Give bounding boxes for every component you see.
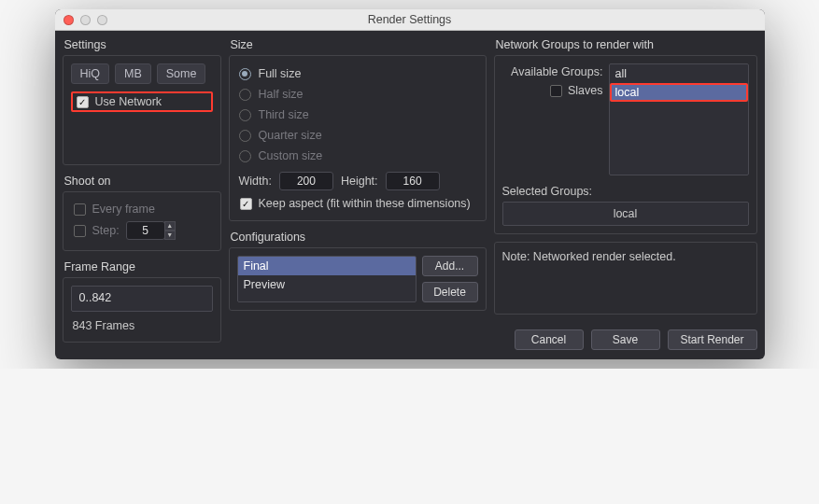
save-button[interactable]: Save <box>591 329 660 350</box>
start-render-button[interactable]: Start Render <box>668 329 757 350</box>
preset-hiq[interactable]: HiQ <box>71 63 110 84</box>
every-frame-checkbox[interactable] <box>74 203 86 216</box>
settings-label: Settings <box>63 36 221 55</box>
preset-mb[interactable]: MB <box>115 63 151 84</box>
cancel-button[interactable]: Cancel <box>515 329 584 350</box>
use-network-row[interactable]: ✓ Use Network <box>71 91 213 112</box>
frame-count: 843 Frames <box>71 312 213 334</box>
size-quarter-label: Quarter size <box>259 129 322 142</box>
size-panel: Full size Half size Third size Quarter s… <box>229 55 487 221</box>
width-label: Width: <box>239 175 272 188</box>
window-title: Render Settings <box>55 13 765 26</box>
note-text: Note: Networked render selected. <box>502 250 676 263</box>
available-groups-label: Available Groups: <box>511 65 602 78</box>
shoot-on-label: Shoot on <box>63 173 221 191</box>
frame-range-input[interactable]: 0..842 <box>71 286 213 312</box>
size-full-label: Full size <box>259 67 302 80</box>
size-custom-row[interactable]: Custom size <box>237 146 478 166</box>
step-label: Step: <box>92 224 120 237</box>
config-item-final[interactable]: Final <box>238 257 416 275</box>
network-groups-label: Network Groups to render with <box>494 36 757 55</box>
size-full-radio[interactable] <box>239 68 251 80</box>
render-settings-window: Render Settings Settings HiQ MB Some ✓ U… <box>55 9 765 359</box>
size-quarter-radio[interactable] <box>239 130 251 142</box>
size-third-label: Third size <box>259 108 309 121</box>
dimensions-row: Width: 200 Height: 160 <box>237 166 478 194</box>
selected-groups-label: Selected Groups: <box>502 185 749 198</box>
step-row[interactable]: Step: 5 ▲ ▼ <box>71 218 213 243</box>
size-quarter-row[interactable]: Quarter size <box>237 125 478 146</box>
group-item-all[interactable]: all <box>610 64 748 83</box>
width-input[interactable]: 200 <box>279 172 333 190</box>
size-label: Size <box>229 36 487 55</box>
group-item-local[interactable]: local <box>610 83 748 102</box>
configurations-panel: Final Preview Add... Delete <box>229 247 487 311</box>
keep-aspect-label: Keep aspect (fit within these dimensions… <box>259 197 471 210</box>
slaves-row[interactable]: Slaves <box>550 84 603 97</box>
every-frame-label: Every frame <box>92 203 155 216</box>
size-custom-radio[interactable] <box>239 150 251 162</box>
delete-config-button[interactable]: Delete <box>422 282 478 302</box>
step-value[interactable]: 5 <box>126 221 165 240</box>
configurations-list[interactable]: Final Preview <box>237 256 417 302</box>
add-config-button[interactable]: Add... <box>422 256 478 276</box>
available-groups-list[interactable]: all local <box>609 63 749 175</box>
slaves-checkbox[interactable] <box>550 85 562 97</box>
height-label: Height: <box>341 175 378 188</box>
step-checkbox[interactable] <box>74 225 86 237</box>
size-half-label: Half size <box>259 88 304 101</box>
step-stepper[interactable]: 5 ▲ ▼ <box>126 221 176 240</box>
size-full-row[interactable]: Full size <box>237 63 478 84</box>
config-item-preview[interactable]: Preview <box>238 275 416 294</box>
footer-buttons: Cancel Save Start Render <box>494 329 757 350</box>
preset-some[interactable]: Some <box>157 63 206 84</box>
size-third-radio[interactable] <box>239 109 251 121</box>
selected-groups-value[interactable]: local <box>502 202 749 226</box>
size-custom-label: Custom size <box>259 149 323 162</box>
height-input[interactable]: 160 <box>386 172 440 190</box>
titlebar: Render Settings <box>55 9 765 31</box>
shoot-on-panel: Every frame Step: 5 ▲ ▼ <box>63 191 221 251</box>
frame-range-label: Frame Range <box>63 259 221 277</box>
network-groups-panel: Available Groups: Slaves all local S <box>494 55 757 234</box>
step-up-icon[interactable]: ▲ <box>164 221 176 231</box>
note-panel: Note: Networked render selected. <box>494 242 757 315</box>
every-frame-row[interactable]: Every frame <box>71 200 213 218</box>
use-network-label: Use Network <box>95 95 162 108</box>
slaves-label: Slaves <box>568 84 603 97</box>
settings-panel: HiQ MB Some ✓ Use Network <box>63 55 221 165</box>
use-network-checkbox[interactable]: ✓ <box>77 96 89 108</box>
keep-aspect-row[interactable]: ✓ Keep aspect (fit within these dimensio… <box>237 194 478 213</box>
preset-row: HiQ MB Some <box>71 63 213 84</box>
configurations-label: Configurations <box>229 229 487 247</box>
size-half-radio[interactable] <box>239 89 251 101</box>
frame-range-panel: 0..842 843 Frames <box>63 277 221 343</box>
keep-aspect-checkbox[interactable]: ✓ <box>240 198 252 210</box>
step-down-icon[interactable]: ▼ <box>164 231 176 240</box>
frame-range-value: 0..842 <box>72 287 212 309</box>
size-half-row[interactable]: Half size <box>237 84 478 105</box>
size-third-row[interactable]: Third size <box>237 105 478 125</box>
